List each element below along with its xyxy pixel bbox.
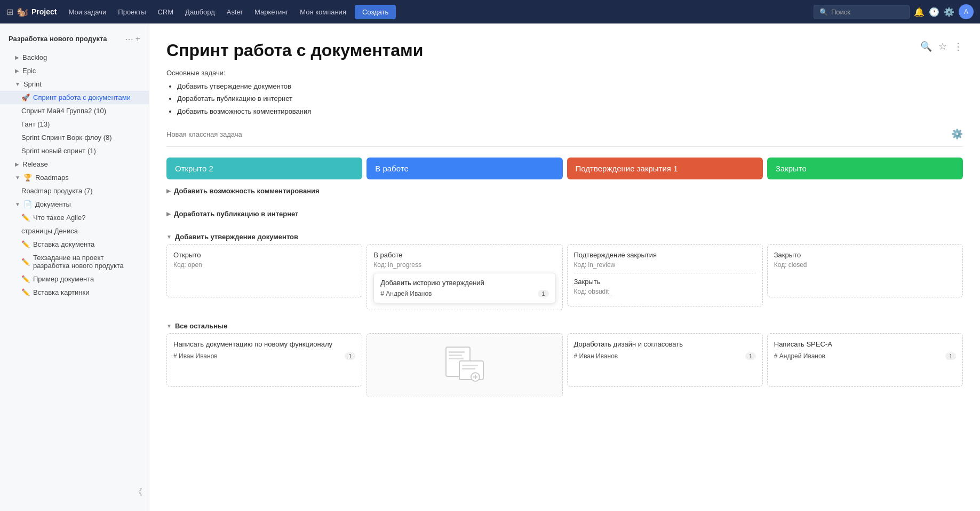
- sidebar-item-insert-image[interactable]: ✏️ Вставка картинки: [0, 286, 149, 299]
- sidebar-item-label: Гант (13): [21, 120, 50, 128]
- card-footer: # Иван Иванов 1: [173, 352, 355, 360]
- chevron-down-icon: ▼: [15, 201, 20, 207]
- sidebar-item-roadmaps[interactable]: ▼ 🏆 Roadmaps: [0, 171, 149, 184]
- settings-icon[interactable]: ⚙️: [944, 7, 954, 17]
- sidebar-item-agile[interactable]: ✏️ Что такое Agile?: [0, 211, 149, 224]
- nav-my-tasks[interactable]: Мои задачи: [63, 5, 111, 19]
- sidebar-item-label: Вставка документа: [33, 240, 94, 248]
- notifications-icon[interactable]: 🔔: [914, 7, 925, 17]
- kanban-placeholder: [366, 333, 562, 397]
- create-button[interactable]: Создать: [355, 5, 396, 19]
- kanban-header-review: Подтверждение закрытия 1: [567, 158, 763, 179]
- project-add-icon[interactable]: +: [136, 34, 140, 44]
- sidebar-item-epic[interactable]: ▶ Epic: [0, 64, 149, 77]
- card-user: # Иван Иванов: [173, 352, 218, 360]
- sidebar-item-label: Backlog: [22, 53, 47, 61]
- card-partial-code: Код: obsudit_: [574, 288, 756, 295]
- pencil-icon: ✏️: [21, 288, 30, 296]
- sidebar-item-sprint-docs[interactable]: 🚀 Спринт работа с документами: [0, 91, 149, 104]
- svg-rect-1: [449, 351, 465, 353]
- card-title: Доработать дизайн и согласовать: [574, 340, 756, 348]
- sidebar-item-techspec[interactable]: ✏️ Техзадание на проект разработка новог…: [0, 251, 149, 272]
- project-more-icon[interactable]: ⋯: [125, 34, 133, 44]
- chevron-right-icon: ▶: [166, 211, 171, 217]
- search-icon: 🔍: [819, 8, 828, 16]
- more-icon[interactable]: ⋮: [953, 41, 963, 52]
- sidebar-item-release[interactable]: ▶ Release: [0, 158, 149, 171]
- nav-my-company[interactable]: Моя компания: [294, 5, 352, 19]
- search-icon[interactable]: 🔍: [920, 41, 932, 52]
- page-header-actions: 🔍 ☆ ⋮: [920, 41, 963, 52]
- sidebar-item-example-doc[interactable]: ✏️ Пример документа: [0, 272, 149, 286]
- nav-marketing[interactable]: Маркетинг: [249, 5, 293, 19]
- kanban-headers: Открыто 2 В работе Подтверждение закрыти…: [166, 158, 963, 179]
- sidebar-project-header: Разработка нового продукта ⋯ +: [0, 30, 149, 51]
- kanban-card-write-docs: Написать документацию по новому функцион…: [166, 333, 362, 387]
- kanban-header-open: Открыто 2: [166, 158, 362, 179]
- history-icon[interactable]: 🕐: [929, 7, 939, 17]
- sidebar-item-documents[interactable]: ▼ 📄 Документы: [0, 198, 149, 211]
- sidebar-item-label: Вставка картинки: [33, 288, 89, 296]
- card-user: # Иван Иванов: [574, 352, 618, 360]
- kanban-card-design: Доработать дизайн и согласовать # Иван И…: [567, 333, 763, 387]
- chevron-right-icon: ▶: [15, 161, 19, 167]
- sidebar-item-sprint-may4[interactable]: Спринт Май4 Группа2 (10): [0, 104, 149, 117]
- section-other-header[interactable]: ▼ Все остальные: [166, 319, 963, 333]
- sidebar-item-backlog[interactable]: ▶ Backlog: [0, 51, 149, 64]
- section-3-header[interactable]: ▼ Добавить утверждение документов: [166, 230, 963, 244]
- sidebar-item-denis-pages[interactable]: страницы Дениса: [0, 224, 149, 238]
- sidebar-item-label: Epic: [22, 67, 36, 75]
- sidebar-item-sprint-workflow[interactable]: Sprint Спринт Ворк-флоу (8): [0, 131, 149, 144]
- kanban-section-3: ▼ Добавить утверждение документов Открыт…: [166, 230, 963, 310]
- topnav-right: 🔍 Поиск 🔔 🕐 ⚙️ А: [814, 4, 974, 19]
- card-title: В работе: [373, 251, 555, 259]
- chevron-down-icon: ▼: [166, 323, 172, 329]
- kanban-col-closed: Закрыто Код: closed: [767, 244, 963, 310]
- nav-crm[interactable]: CRM: [152, 5, 179, 19]
- sidebar-collapse-btn[interactable]: 《: [128, 483, 149, 502]
- project-title: Разработка нового продукта: [9, 34, 107, 44]
- kanban-col-open: Открыто Код: open: [166, 244, 362, 310]
- new-task-input[interactable]: [166, 130, 951, 138]
- sidebar-item-roadmap-product[interactable]: Roadmap продукта (7): [0, 184, 149, 198]
- popup-user: # Андрей Иванов: [380, 290, 432, 297]
- sidebar-item-label: Техзадание на проект разработка нового п…: [33, 254, 140, 270]
- sidebar-item-label: Sprint новый спринт (1): [21, 147, 96, 155]
- section-2-label: Доработать публикацию в интернет: [174, 210, 298, 218]
- card-count: 1: [345, 352, 355, 360]
- kanban-section-other: ▼ Все остальные Написать документацию по…: [166, 319, 963, 397]
- kanban-col-inprog-other: [366, 333, 562, 397]
- card-user: # Андрей Иванов: [774, 352, 825, 360]
- sidebar-item-sprint[interactable]: ▼ Sprint: [0, 77, 149, 91]
- sidebar-item-insert-doc[interactable]: ✏️ Вставка документа: [0, 238, 149, 251]
- search-bar[interactable]: 🔍 Поиск: [814, 5, 910, 19]
- sidebar: Разработка нового продукта ⋯ + ▶ Backlog…: [0, 23, 149, 511]
- section-1-header[interactable]: ▶ Добавить возможность комментирования: [166, 184, 963, 198]
- sidebar-item-label: Документы: [35, 200, 71, 208]
- nav-projects[interactable]: Проекты: [113, 5, 151, 19]
- user-avatar[interactable]: А: [959, 4, 974, 19]
- kanban-col-review: Подтверждение закрытия Код: in_review За…: [567, 244, 763, 310]
- pencil-icon: ✏️: [21, 258, 30, 266]
- sidebar-item-label: Roadmap продукта (7): [21, 187, 93, 195]
- card-footer: # Иван Иванов 1: [574, 352, 756, 360]
- description-item-3: Добавить возможность комментирования: [177, 105, 963, 117]
- sidebar-item-label: Roadmaps: [35, 174, 69, 182]
- svg-rect-3: [449, 358, 464, 359]
- nav-dashboard[interactable]: Дашборд: [180, 5, 220, 19]
- project-actions: ⋯ +: [125, 34, 140, 44]
- page-title: Спринт работа с документами: [166, 41, 423, 60]
- section-2-header[interactable]: ▶ Доработать публикацию в интернет: [166, 207, 963, 221]
- pencil-icon: ✏️: [21, 214, 30, 222]
- card-count: 1: [745, 352, 756, 360]
- svg-rect-2: [449, 355, 462, 356]
- sidebar-item-sprint-new[interactable]: Sprint новый спринт (1): [0, 144, 149, 158]
- settings-icon[interactable]: ⚙️: [951, 128, 963, 140]
- card-title: Закрыто: [774, 251, 956, 259]
- grid-icon[interactable]: ⊞: [6, 7, 13, 17]
- chevron-down-icon: ▼: [15, 175, 20, 180]
- section-3-label: Добавить утверждение документов: [175, 233, 298, 241]
- nav-aster[interactable]: Aster: [221, 5, 248, 19]
- star-icon[interactable]: ☆: [938, 41, 947, 52]
- sidebar-item-gantt[interactable]: Гант (13): [0, 117, 149, 131]
